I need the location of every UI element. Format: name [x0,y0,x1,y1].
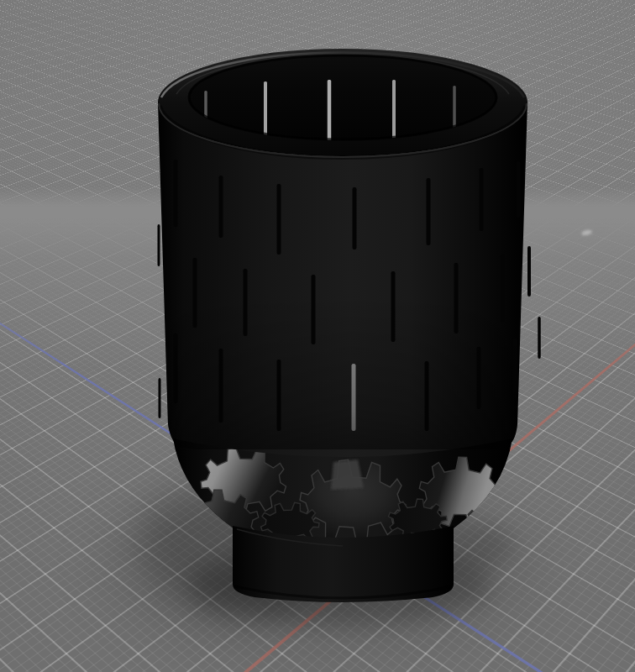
model-slotted-cup[interactable] [0,0,635,672]
body-shading [155,294,533,449]
3d-viewport-canvas[interactable] [0,0,635,672]
